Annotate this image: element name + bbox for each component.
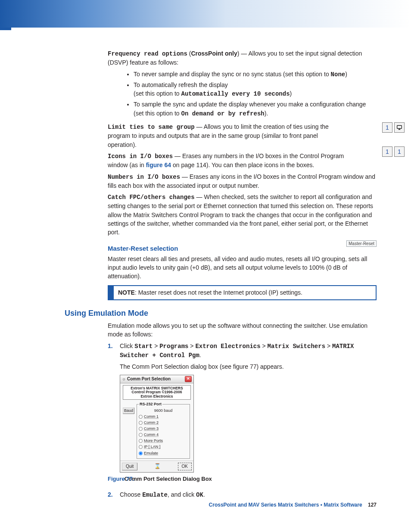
bullet-text: To never sample and display the sync or … (134, 71, 331, 78)
bullet-mono: On demand or by refresh (181, 110, 265, 117)
dialog-main: Baud RS-232 Port 9600 baud Comm 1 Comm 2… (123, 401, 191, 458)
limit-ties-icon-group: 1 (380, 122, 405, 133)
note-text: : Master reset does not reset the Intern… (135, 289, 302, 296)
step-1-after: The Comm Port Selection dialog box (see … (120, 362, 377, 371)
icons-io-label: Icons in I/O boxes (108, 153, 173, 160)
comm-port-dialog: ☼ Comm Port Selection ✕ Extron's MATRIX … (120, 375, 194, 473)
defs-with-icons: 1 1 1 Limit ties to same group — Allows … (108, 122, 377, 237)
figure-caption-text: Comm Port Selection Dialog Box (125, 476, 212, 482)
radio-label: IP [ LAN ] (144, 444, 160, 450)
master-reset-badge[interactable]: Master-Reset (346, 240, 377, 247)
catch-fpc-def: Catch FPC/others changes — When checked,… (108, 193, 377, 236)
radio-label: Comm 4 (144, 432, 159, 438)
icon-pair: 1 1 (380, 146, 405, 157)
rs232-group: RS-232 Port 9600 baud Comm 1 Comm 2 Comm… (137, 401, 190, 458)
emulation-intro: Emulation mode allows you to set up the … (108, 321, 377, 339)
footer: CrossPoint and MAV Series Matrix Switche… (209, 502, 377, 508)
icon-pair: 1 (380, 122, 405, 133)
limit-ties-label: Limit ties to same group (108, 124, 195, 131)
bullet-line2-post: ) (290, 90, 292, 97)
radio-more-ports[interactable]: More Ports (139, 438, 188, 444)
dialog-title-label: Comm Port Selection (127, 376, 171, 381)
step-2: 2. Choose Emulate, and click OK. (120, 490, 377, 499)
emulation-heading: Using Emulation Mode (65, 309, 377, 318)
radio-label: Comm 2 (144, 420, 159, 426)
step-num: 1. (108, 342, 113, 350)
step-post: . (203, 491, 205, 498)
radio-comm4[interactable]: Comm 4 (139, 432, 188, 438)
path-sep: > (325, 342, 332, 349)
footer-text: CrossPoint and MAV Series Matrix Switche… (209, 502, 362, 508)
radio-label: Comm 1 (144, 414, 159, 420)
step-1: 1. Click Start > Programs > Extron Elect… (120, 342, 377, 483)
path-seg: Programs (159, 343, 188, 350)
figure-caption: Figure 77. Comm Port Selection Dialog Bo… (120, 475, 377, 483)
step-num: 2. (108, 490, 113, 499)
path-sep: > (188, 342, 195, 349)
ok-button[interactable]: OK (178, 463, 192, 471)
dialog-titlebar: ☼ Comm Port Selection ✕ (120, 375, 193, 384)
content-area: Frequency read options (CrossPoint only)… (0, 28, 411, 499)
note-label: NOTE (118, 289, 135, 296)
baud-line: 9600 baud (139, 408, 188, 414)
path-seg: Matrix Switchers (268, 343, 325, 350)
path-seg: Start (134, 343, 153, 350)
path-seg: Extron Electronics (195, 343, 260, 350)
catch-fpc-label: Catch FPC/others changes (108, 194, 195, 201)
radio-comm3[interactable]: Comm 3 (139, 426, 188, 432)
freq-options-def: Frequency read options (CrossPoint only)… (108, 49, 377, 67)
bullet-text: To automatically refresh the display (134, 81, 228, 88)
numbers-io-label: Numbers in I/O boxes (108, 174, 180, 180)
radio-label: Emulate (144, 451, 158, 456)
step-pre: Choose (120, 491, 142, 498)
radio-comm1[interactable]: Comm 1 (139, 414, 188, 420)
bullet-mono: None (331, 71, 346, 78)
figure-number: Figure 77. (108, 475, 134, 483)
hourglass-icon: ⌛ (154, 463, 161, 471)
main-column: Frequency read options (CrossPoint only)… (108, 49, 377, 499)
header-gradient (0, 0, 411, 28)
svg-rect-0 (397, 125, 402, 128)
path-sep: > (261, 342, 268, 349)
step-mono: Emulate (142, 492, 168, 498)
freq-options-paren: CrossPoint only (191, 50, 237, 57)
path-sep: > (153, 342, 159, 349)
baud-column: Baud (123, 401, 136, 458)
number-badge: 1 (394, 146, 405, 157)
note-box: NOTE: Master reset does not reset the In… (108, 285, 377, 301)
step-mono: OK (196, 492, 203, 498)
bullet-line2-pre: (set this option to (134, 90, 181, 97)
close-icon[interactable]: ✕ (185, 376, 192, 382)
bullet-post: ) (345, 71, 347, 78)
list-item: To never sample and display the sync or … (134, 70, 377, 79)
page: Frequency read options (CrossPoint only)… (0, 0, 411, 532)
radio-label: More Ports (144, 438, 163, 444)
left-accent-bar (0, 28, 11, 30)
page-number: 127 (368, 502, 377, 508)
icons-io-def: Icons in I/O boxes — Erases any numbers … (108, 152, 377, 170)
quit-button[interactable]: Quit (122, 463, 137, 471)
list-item: To sample the sync and update the displa… (134, 100, 377, 118)
radio-label: Comm 3 (144, 426, 159, 432)
radio-ip-lan[interactable]: IP [ LAN ] (139, 444, 188, 450)
dialog-banner: Extron's MATRIX SWITCHERS Control Progra… (123, 385, 191, 400)
step-pre: Click (120, 342, 134, 349)
freq-options-list: To never sample and display the sync or … (108, 70, 377, 118)
icons-io-icon-group: 1 1 (380, 146, 405, 157)
numbers-io-def: Numbers in I/O boxes — Erases any icons … (108, 172, 377, 190)
dialog-buttons: Quit ⌛ OK (120, 460, 193, 473)
number-badge: 1 (382, 146, 392, 157)
master-reset-heading: Master-Reset selection (108, 245, 377, 252)
bullet-post: ). (265, 110, 268, 117)
step-mid: , and click (168, 491, 196, 498)
radio-comm2[interactable]: Comm 2 (139, 420, 188, 426)
monitor-icon (394, 122, 405, 133)
number-badge: 1 (382, 122, 392, 133)
baud-button[interactable]: Baud (123, 408, 134, 414)
freq-options-label: Frequency read options (108, 50, 187, 57)
figure-link[interactable]: figure 64 (146, 162, 171, 168)
rs232-legend: RS-232 Port (139, 401, 162, 407)
banner-line3: Extron Electronics (124, 395, 190, 398)
icons-io-desc-post: on page 114). You can then place icons i… (171, 162, 314, 168)
radio-emulate[interactable]: Emulate (139, 451, 188, 456)
